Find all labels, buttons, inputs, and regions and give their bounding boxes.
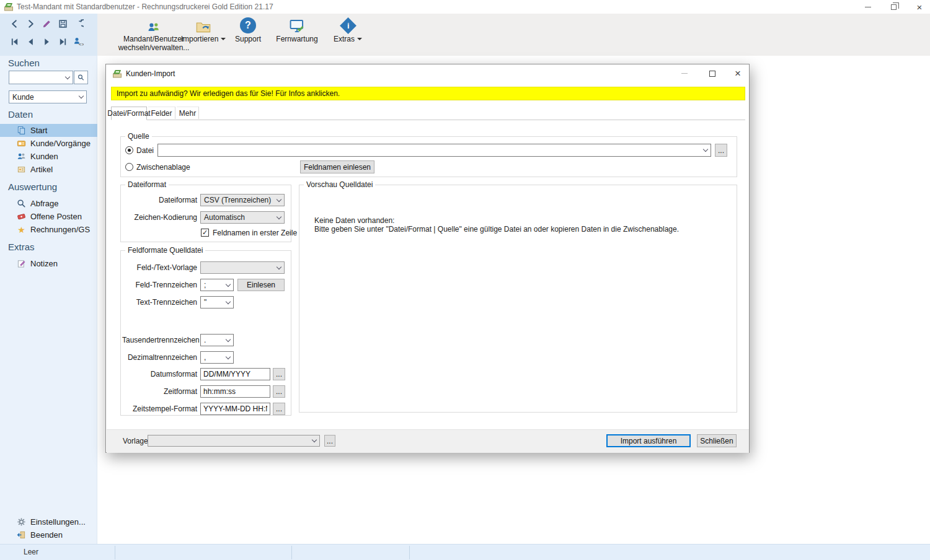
sidebar-item-kunde-vorgaenge[interactable]: Kunde/Vorgänge: [0, 137, 97, 150]
search-type-select[interactable]: Kunde: [9, 90, 87, 103]
chevron-down-icon: [226, 354, 231, 359]
dialog-minimize-button[interactable]: [675, 64, 694, 82]
banner-text: Import zu aufwändig? Wir erledigen das f…: [117, 89, 340, 98]
text-trennzeichen-label: Text-Trennzeichen: [122, 298, 197, 307]
toolbar-support-button[interactable]: ? Support: [231, 15, 265, 55]
sidebar-item-start[interactable]: Start: [0, 124, 97, 137]
sidebar-item-offene-posten[interactable]: Offene Posten: [0, 210, 97, 223]
sidebar-item-abfrage[interactable]: Abfrage: [0, 197, 97, 210]
datei-radio-label: Datei: [136, 146, 154, 155]
first-icon: [10, 37, 19, 46]
search-button[interactable]: [74, 71, 88, 84]
text-trennzeichen-select[interactable]: ": [200, 296, 234, 308]
zeitstempel-browse-button[interactable]: ...: [273, 403, 285, 415]
tab-felder[interactable]: Felder: [148, 107, 175, 119]
minimize-button[interactable]: [857, 0, 879, 14]
zeitformat-input[interactable]: [200, 385, 270, 398]
datumsformat-input[interactable]: [200, 368, 270, 380]
toolbar: <> Mandant/Benutzer wechseln/verwalten..…: [0, 14, 930, 56]
zwischenablage-radio[interactable]: [125, 163, 133, 171]
check-icon: ✓: [202, 229, 208, 236]
tausendertrennzeichen-select[interactable]: .: [200, 334, 234, 346]
feld-text-vorlage-select[interactable]: [200, 261, 285, 274]
tab-datei-format[interactable]: Datei/Format: [111, 107, 147, 120]
toolbar-fernwartung-button[interactable]: Fernwartung: [272, 15, 322, 55]
first-record-button[interactable]: [7, 36, 21, 47]
dialog-maximize-button[interactable]: [702, 64, 722, 82]
fernwartung-label: Fernwartung: [276, 35, 317, 43]
app-icon: [4, 2, 14, 12]
chevron-down-icon: [277, 264, 281, 269]
dropdown-arrow-icon: [221, 38, 226, 40]
vorschau-groupbox: Vorschau Quelldatei Keine Daten vorhande…: [299, 185, 737, 413]
sidebar-item-beenden[interactable]: Beenden: [0, 528, 97, 541]
previous-record-button[interactable]: [24, 36, 37, 47]
feldnamen-checkbox[interactable]: ✓: [201, 229, 209, 237]
einlesen-button[interactable]: Einlesen: [237, 279, 285, 291]
pencil-icon: [42, 19, 51, 28]
schliessen-button[interactable]: Schließen: [697, 434, 737, 447]
forward-button[interactable]: [24, 18, 37, 29]
dezimaltrennzeichen-select[interactable]: ,: [200, 351, 234, 364]
search-input[interactable]: [9, 71, 73, 84]
restore-button[interactable]: [883, 0, 904, 14]
floppy-icon: [58, 19, 68, 28]
minimize-icon: [681, 73, 688, 74]
zeitstempel-format-input[interactable]: [200, 403, 270, 415]
dialog-close-button[interactable]: ×: [728, 64, 748, 82]
kodierung-select[interactable]: Automatisch: [200, 211, 285, 224]
last-record-button[interactable]: [56, 36, 69, 47]
dateiformat-select[interactable]: CSV (Trennzeichen): [200, 194, 285, 206]
vorschau-message-line2: Bitte geben Sie unter "Datei/Format | Qu…: [314, 225, 679, 234]
previous-icon: [26, 37, 35, 46]
datumsformat-browse-button[interactable]: ...: [273, 368, 285, 380]
zeitformat-browse-button[interactable]: ...: [273, 385, 285, 398]
back-button[interactable]: [7, 18, 21, 29]
feld-trennzeichen-select[interactable]: ;: [200, 279, 234, 291]
user-code-icon: <>: [73, 37, 84, 47]
statusbar: Leer: [0, 544, 930, 560]
sidebar-item-label: Beenden: [30, 530, 63, 540]
close-button[interactable]: ×: [909, 0, 930, 14]
save-button[interactable]: [56, 18, 69, 29]
dropdown-arrow-icon: [357, 38, 362, 40]
chevron-down-icon: [226, 336, 231, 341]
dialog-icon: [112, 69, 122, 79]
sidebar-item-label: Kunde/Vorgänge: [30, 139, 91, 148]
next-record-button[interactable]: [40, 36, 53, 47]
datei-combobox[interactable]: [157, 144, 711, 157]
undo-button[interactable]: [72, 18, 86, 29]
toolbar-importieren-button[interactable]: Importieren: [175, 15, 231, 55]
main-titlebar: Test-Mandant mit Standardbenutzer - Rech…: [0, 0, 930, 14]
sidebar-item-artikel[interactable]: Artikel: [0, 163, 97, 176]
chevron-down-icon: [226, 281, 231, 286]
datei-radio[interactable]: [125, 146, 133, 154]
promo-banner[interactable]: Import zu aufwändig? Wir erledigen das f…: [111, 87, 745, 100]
vorlage-browse-button[interactable]: ...: [324, 435, 335, 447]
sidebar-item-rechnungen[interactable]: ★ Rechnungen/GS: [0, 223, 97, 236]
chevron-down-icon: [277, 196, 281, 201]
dateiformat-legend: Dateiformat: [125, 180, 169, 189]
vorlage-label: Vorlage: [123, 437, 148, 445]
tab-mehr[interactable]: Mehr: [177, 107, 199, 119]
import-ausfuehren-button[interactable]: Import ausführen: [606, 434, 691, 447]
undo-arrow-icon: [74, 19, 84, 28]
next-icon: [42, 37, 51, 46]
feld-text-vorlage-label: Feld-/Text-Vorlage: [122, 263, 197, 272]
maximize-icon: [709, 71, 715, 77]
vorlage-select[interactable]: [148, 435, 320, 447]
extras-heading: Extras: [8, 242, 35, 252]
sidebar-item-kunden[interactable]: Kunden: [0, 150, 97, 163]
statusbar-divider: [409, 546, 410, 559]
sidebar-item-einstellungen[interactable]: Einstellungen...: [0, 515, 97, 528]
sidebar-item-notizen[interactable]: Notizen: [0, 257, 97, 270]
sidebar-item-label: Kunden: [30, 152, 58, 161]
close-icon: ×: [917, 2, 923, 12]
feldnamen-einlesen-button[interactable]: Feldnamen einlesen: [300, 160, 374, 173]
toolbar-extras-button[interactable]: i Extras: [327, 15, 368, 55]
quelle-groupbox: Quelle Datei ... Zwischenablage Feldname…: [120, 136, 737, 177]
user-settings-button[interactable]: <>: [71, 36, 85, 47]
chevron-left-icon: [10, 19, 19, 28]
edit-button[interactable]: [40, 18, 53, 29]
datei-browse-button[interactable]: ...: [715, 144, 727, 157]
